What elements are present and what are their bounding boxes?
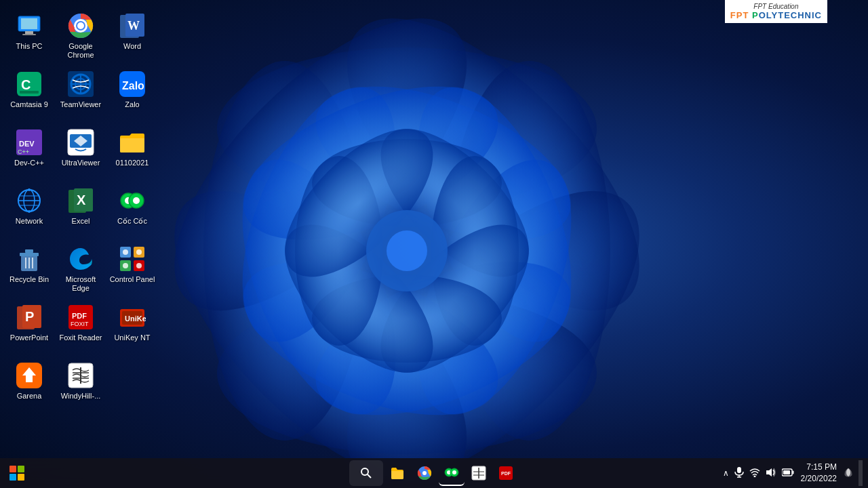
svg-line-100: [368, 474, 371, 478]
taskbar: PDF ∧: [0, 458, 868, 488]
icon-zalo[interactable]: Zalo Zalo: [106, 65, 158, 123]
svg-rect-27: [21, 18, 37, 29]
fpt-logo: FPT Education FPT POLYTECHNIC: [725, 0, 827, 23]
bloom-svg: [102, 0, 712, 488]
svg-text:DEV: DEV: [19, 140, 35, 148]
taskbar-search[interactable]: [349, 460, 383, 486]
taskbar-center: PDF: [349, 460, 519, 486]
taskbar-windy2[interactable]: [466, 460, 492, 486]
windyhill-label: WindyHill-...: [61, 392, 101, 401]
svg-point-79: [123, 263, 128, 268]
icon-coccoc[interactable]: Cốc Cốc: [106, 182, 158, 240]
svg-rect-114: [737, 467, 741, 473]
svg-point-58: [28, 188, 31, 191]
tray-notifications[interactable]: [842, 466, 854, 481]
garena-label: Garena: [17, 392, 42, 401]
svg-point-80: [136, 263, 142, 268]
icon-microsoft-edge[interactable]: Microsoft Edge: [55, 240, 106, 298]
network-icon: [16, 187, 43, 214]
unikey-icon: UniKey: [119, 304, 146, 331]
folder-icon: [119, 129, 146, 156]
this-pc-icon: [16, 12, 43, 39]
recycle-bin-icon: [16, 245, 43, 272]
network-label: Network: [16, 217, 43, 226]
icon-recycle-bin[interactable]: Recycle Bin: [3, 240, 55, 298]
ultraviewer-label: UltraViewer: [62, 159, 100, 167]
powerpoint-label: PowerPoint: [10, 333, 48, 342]
recycle-bin-label: Recycle Bin: [9, 275, 49, 284]
svg-point-33: [77, 22, 84, 29]
svg-rect-97: [9, 474, 16, 481]
garena-icon: [16, 362, 43, 389]
icon-this-pc[interactable]: This PC: [3, 7, 55, 65]
svg-point-59: [28, 210, 31, 213]
devcpp-label: Dev-C++: [14, 159, 44, 167]
camtasia-label: Camtasia 9: [10, 100, 48, 109]
icon-word[interactable]: W Word: [106, 7, 158, 65]
this-pc-label: This PC: [16, 42, 42, 51]
start-button[interactable]: [4, 460, 30, 486]
icon-unikey[interactable]: UniKey UniKey NT: [106, 298, 158, 357]
icon-google-chrome[interactable]: Google Chrome: [55, 7, 106, 65]
icon-network[interactable]: Network: [3, 182, 55, 240]
system-clock[interactable]: 7:15 PM 2/20/2022: [798, 462, 840, 485]
desktop-icon-grid: This PC Google Chrome W Word: [0, 0, 163, 488]
svg-text:PDF: PDF: [72, 312, 87, 320]
unikey-label: UniKey NT: [114, 333, 150, 342]
tray-wifi[interactable]: [748, 466, 762, 481]
svg-text:UniKey: UniKey: [125, 314, 146, 323]
icon-foxit-reader[interactable]: PDF FOXIT Foxit Reader: [55, 298, 106, 357]
svg-rect-121: [783, 470, 790, 474]
icon-teamviewer[interactable]: TeamViewer: [55, 65, 106, 123]
svg-point-117: [753, 475, 755, 477]
taskbar-chrome2[interactable]: [412, 460, 437, 486]
edge-icon: [67, 245, 94, 272]
tray-volume[interactable]: [764, 466, 778, 481]
svg-point-77: [123, 249, 128, 255]
svg-rect-68: [20, 253, 39, 256]
chrome-label: Google Chrome: [58, 42, 104, 60]
excel-label: Excel: [72, 217, 90, 226]
svg-text:FOXIT: FOXIT: [71, 321, 89, 327]
tray-battery[interactable]: [781, 466, 795, 480]
svg-point-25: [387, 230, 427, 271]
icon-excel[interactable]: X Excel: [55, 182, 106, 240]
powerpoint-icon: P: [16, 304, 43, 331]
taskbar-left: [0, 460, 30, 486]
control-panel-icon: [119, 245, 146, 272]
taskbar-right: ∧: [722, 460, 868, 486]
icon-windyhill[interactable]: WindyHill-...: [55, 357, 106, 415]
ultraviewer-icon: [67, 129, 94, 156]
icon-folder-01102021[interactable]: 01102021: [106, 123, 158, 182]
taskbar-files[interactable]: [384, 460, 410, 486]
icon-camtasia[interactable]: C Camtasia 9: [3, 65, 55, 123]
excel-icon: X: [67, 187, 94, 214]
tray-microphone[interactable]: [733, 466, 745, 481]
icon-garena[interactable]: Garena: [3, 357, 55, 415]
svg-rect-29: [22, 34, 36, 35]
chrome-icon: [67, 12, 94, 39]
svg-text:C: C: [21, 77, 31, 92]
svg-rect-39: [20, 91, 39, 94]
svg-text:X: X: [77, 192, 86, 207]
svg-rect-98: [18, 474, 24, 481]
teamviewer-label: TeamViewer: [60, 100, 101, 109]
word-icon: W: [119, 12, 146, 39]
coccoc-icon: [119, 187, 146, 214]
icon-ultraviewer[interactable]: UltraViewer: [55, 123, 106, 182]
folder-01102021-label: 01102021: [116, 159, 149, 167]
svg-point-66: [133, 197, 140, 204]
taskbar-foxit2[interactable]: PDF: [493, 460, 519, 486]
icon-devcpp[interactable]: DEV C++ Dev-C++: [3, 123, 55, 182]
icon-control-panel[interactable]: Control Panel: [106, 240, 158, 298]
show-desktop-button[interactable]: [859, 460, 863, 486]
teamviewer-icon: [67, 70, 94, 98]
tray-chevron[interactable]: ∧: [722, 467, 730, 479]
svg-rect-95: [9, 466, 16, 472]
taskbar-coccoc[interactable]: [439, 460, 465, 486]
icon-powerpoint[interactable]: P PowerPoint: [3, 298, 55, 357]
fpt-polytechnic-text: FPT POLYTECHNIC: [730, 10, 822, 20]
svg-point-78: [136, 249, 142, 255]
word-label: Word: [123, 42, 141, 51]
foxit-label: Foxit Reader: [60, 333, 102, 342]
